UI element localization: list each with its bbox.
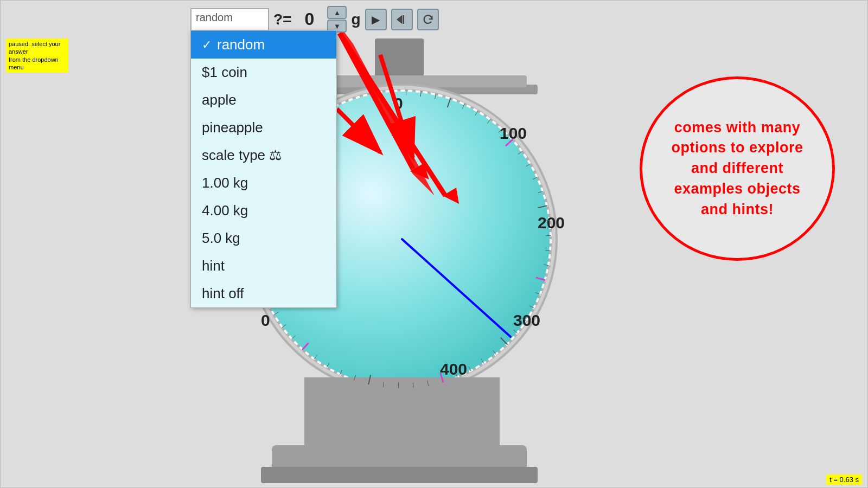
menu-item-4kg[interactable]: 4.00 kg xyxy=(191,197,336,224)
callout-oval: comes with many options to explore and d… xyxy=(640,76,835,261)
pause-line2: from the dropdown menu xyxy=(9,56,59,70)
object-dropdown[interactable]: random xyxy=(190,8,269,31)
timer-badge: t = 0.63 s xyxy=(826,474,862,485)
simulation-area: paused. select your answer from the drop… xyxy=(0,0,868,488)
menu-item-hint-off[interactable]: hint off xyxy=(191,280,336,307)
menu-item-hint[interactable]: hint xyxy=(191,252,336,280)
timer-label: t = 0.63 s xyxy=(829,476,859,484)
svg-rect-1 xyxy=(403,15,404,24)
menu-item-1kg[interactable]: 1.00 kg xyxy=(191,169,336,197)
question-equals-label: ?= xyxy=(273,11,291,28)
menu-item-scale-type[interactable]: scale type ⚖ xyxy=(191,142,336,169)
menu-item-dollar-coin[interactable]: $1 coin xyxy=(191,59,336,86)
pause-notice: paused. select your answer from the drop… xyxy=(6,38,68,73)
svg-text:0: 0 xyxy=(261,311,270,329)
pause-line1: paused. select your answer xyxy=(9,41,60,55)
menu-item-apple[interactable]: apple xyxy=(191,86,336,114)
dropdown-menu[interactable]: random $1 coin apple pineapple scale typ… xyxy=(190,30,337,308)
value-up-button[interactable]: ▲ xyxy=(327,6,347,19)
svg-text:300: 300 xyxy=(513,311,540,329)
menu-item-random[interactable]: random xyxy=(191,31,336,59)
unit-label: g xyxy=(351,11,360,28)
mass-value: 0 xyxy=(296,9,323,29)
rewind-button[interactable] xyxy=(391,9,413,30)
menu-item-5kg[interactable]: 5.0 kg xyxy=(191,224,336,252)
refresh-button[interactable] xyxy=(417,9,439,30)
callout-text: comes with many options to explore and d… xyxy=(659,118,816,220)
svg-text:100: 100 xyxy=(500,124,527,142)
svg-rect-16 xyxy=(304,377,500,453)
svg-text:200: 200 xyxy=(538,214,565,232)
svg-text:0: 0 xyxy=(394,94,403,112)
dropdown-selected-label: random xyxy=(196,11,233,23)
menu-item-pineapple[interactable]: pineapple xyxy=(191,114,336,142)
play-button[interactable]: ▶ xyxy=(365,9,387,30)
svg-text:400: 400 xyxy=(440,360,467,378)
svg-marker-0 xyxy=(397,15,402,24)
callout-bubble: comes with many options to explore and d… xyxy=(640,66,835,272)
value-stepper[interactable]: ▲ ▼ xyxy=(327,6,347,33)
toolbar: random ?= 0 ▲ ▼ g ▶ xyxy=(190,6,439,33)
svg-rect-18 xyxy=(261,467,538,483)
